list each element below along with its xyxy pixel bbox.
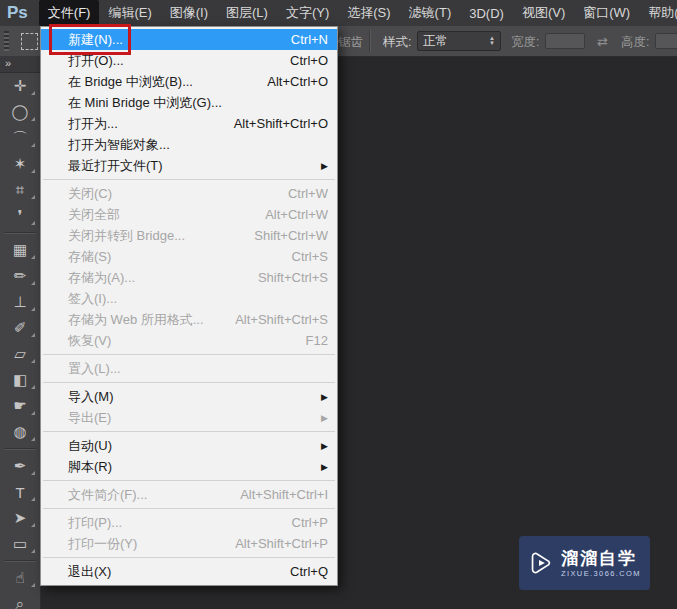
menubar-item-edit[interactable]: 编辑(E): [99, 0, 160, 26]
menubar-item-select[interactable]: 选择(S): [338, 0, 399, 26]
crop-tool[interactable]: ⌗: [0, 177, 40, 203]
tools-panel: » ✛◯⌒✶⌗❜▦✏⊥✐▱◧☛◍✒T➤▭☝⌕: [0, 56, 41, 609]
swap-arrows-icon[interactable]: ⇄: [597, 34, 608, 49]
style-label: 样式:: [383, 34, 411, 51]
menubar-item-layer[interactable]: 图层(L): [217, 0, 277, 26]
menu-item-shortcut: Ctrl+W: [288, 186, 328, 201]
menu-item-label: 文件简介(F)...: [68, 486, 147, 504]
menu-item-label: 关闭(C): [68, 185, 112, 203]
menubar-item-help[interactable]: 帮助(H): [639, 0, 677, 26]
width-label: 宽度:: [511, 34, 539, 51]
menu-item-label: 存储为 Web 所用格式...: [68, 311, 204, 329]
menubar-item-image[interactable]: 图像(I): [161, 0, 217, 26]
file-menu-item-save-as: 存储为(A)...Shift+Ctrl+S: [41, 267, 337, 288]
height-input[interactable]: [655, 33, 677, 49]
menubar-item-window[interactable]: 窗口(W): [574, 0, 639, 26]
file-menu-item-import[interactable]: 导入(M)▶: [41, 386, 337, 407]
file-menu-item-open-recent[interactable]: 最近打开文件(T)▶: [41, 155, 337, 176]
menu-item-shortcut: Alt+Ctrl+W: [265, 207, 328, 222]
file-menu-item-browse-in-mini-bridge[interactable]: 在 Mini Bridge 中浏览(G)...: [41, 92, 337, 113]
elliptical-marquee-tool-icon: ◯: [12, 103, 29, 121]
menu-bar-items: 文件(F)编辑(E)图像(I)图层(L)文字(Y)选择(S)滤镜(T)3D(D)…: [39, 0, 677, 26]
shape-tool[interactable]: ▭: [0, 531, 40, 557]
gradient-tool-icon: ◧: [13, 371, 27, 389]
crop-tool-icon: ⌗: [16, 181, 24, 199]
menu-separator: [43, 508, 335, 509]
eraser-tool-icon: ▱: [14, 345, 26, 363]
menu-separator: [43, 480, 335, 481]
shape-tool-icon: ▭: [13, 535, 27, 553]
smudge-tool[interactable]: ☛: [0, 393, 40, 419]
magic-wand-tool[interactable]: ✶: [0, 151, 40, 177]
height-label: 高度:: [621, 34, 649, 51]
clone-stamp-tool[interactable]: ⊥: [0, 289, 40, 315]
menu-item-label: 导出(E): [68, 409, 111, 427]
collapse-panels-icon[interactable]: »: [0, 56, 40, 73]
zoom-tool[interactable]: ⌕: [0, 591, 40, 609]
stepper-arrows-icon[interactable]: ▲▼: [489, 36, 495, 46]
sponge-tool[interactable]: ◍: [0, 419, 40, 445]
menu-separator: [43, 354, 335, 355]
menubar-item-file[interactable]: 文件(F): [39, 0, 100, 26]
move-tool[interactable]: ✛: [0, 73, 40, 99]
file-menu-item-revert: 恢复(V)F12: [41, 330, 337, 351]
watermark-subtitle: ZIXUE.3066.COM: [561, 569, 641, 578]
menu-item-label: 新建(N)...: [68, 31, 123, 49]
menu-item-label: 脚本(R): [68, 458, 112, 476]
brush-tool[interactable]: ✏: [0, 263, 40, 289]
file-menu-item-exit[interactable]: 退出(X)Ctrl+Q: [41, 561, 337, 582]
menu-item-shortcut: Ctrl+N: [291, 32, 328, 47]
menubar-item-filter[interactable]: 滤镜(T): [400, 0, 461, 26]
watermark: 溜溜自学 ZIXUE.3066.COM: [519, 536, 650, 590]
menu-item-label: 打开(O)...: [68, 52, 124, 70]
brush-tool-icon: ✏: [14, 267, 27, 285]
menu-item-label: 关闭并转到 Bridge...: [68, 227, 185, 245]
menu-separator: [43, 382, 335, 383]
lasso-tool[interactable]: ⌒: [0, 125, 40, 151]
eyedropper-tool[interactable]: ❜: [0, 203, 40, 229]
options-bar-grip[interactable]: [4, 31, 9, 51]
type-tool[interactable]: T: [0, 479, 40, 505]
menu-item-shortcut: Ctrl+Q: [290, 564, 328, 579]
menu-separator: [43, 179, 335, 180]
submenu-arrow-icon: ▶: [321, 441, 328, 451]
file-menu-item-file-info: 文件简介(F)...Alt+Shift+Ctrl+I: [41, 484, 337, 505]
menu-item-shortcut: Alt+Shift+Ctrl+I: [240, 487, 328, 502]
file-menu-item-open-as-smart-object[interactable]: 打开为智能对象...: [41, 134, 337, 155]
gradient-tool[interactable]: ◧: [0, 367, 40, 393]
menu-item-label: 在 Mini Bridge 中浏览(G)...: [68, 94, 222, 112]
tool-preset-icon[interactable]: [21, 33, 38, 50]
menubar-item-type[interactable]: 文字(Y): [277, 0, 338, 26]
menubar-item-view[interactable]: 视图(V): [513, 0, 574, 26]
history-brush-tool[interactable]: ✐: [0, 315, 40, 341]
smudge-tool-icon: ☛: [13, 397, 26, 415]
file-menu-item-scripts[interactable]: 脚本(R)▶: [41, 456, 337, 477]
path-selection-tool[interactable]: ➤: [0, 505, 40, 531]
submenu-arrow-icon: ▶: [321, 392, 328, 402]
style-select[interactable]: 正常 ▲▼: [417, 31, 501, 51]
menu-item-shortcut: Shift+Ctrl+S: [258, 270, 328, 285]
width-input[interactable]: [545, 33, 585, 49]
pen-tool[interactable]: ✒: [0, 453, 40, 479]
file-menu-item-save-for-web: 存储为 Web 所用格式...Alt+Shift+Ctrl+S: [41, 309, 337, 330]
file-menu-item-export: 导出(E)▶: [41, 407, 337, 428]
sponge-tool-icon: ◍: [13, 423, 26, 441]
file-menu-item-new[interactable]: 新建(N)...Ctrl+N: [41, 29, 337, 50]
eraser-tool[interactable]: ▱: [0, 341, 40, 367]
menu-bar: Ps 文件(F)编辑(E)图像(I)图层(L)文字(Y)选择(S)滤镜(T)3D…: [0, 0, 677, 26]
elliptical-marquee-tool[interactable]: ◯: [0, 99, 40, 125]
menubar-item-3d[interactable]: 3D(D): [460, 2, 513, 25]
file-menu-item-open-as[interactable]: 打开为...Alt+Shift+Ctrl+O: [41, 113, 337, 134]
menu-item-label: 存储为(A)...: [68, 269, 135, 287]
menu-item-label: 自动(U): [68, 437, 112, 455]
path-selection-tool-icon: ➤: [14, 509, 27, 527]
tools-divider: [4, 448, 36, 450]
menu-item-label: 最近打开文件(T): [68, 157, 163, 175]
file-menu-item-automate[interactable]: 自动(U)▶: [41, 435, 337, 456]
healing-brush-tool[interactable]: ▦: [0, 237, 40, 263]
menu-item-label: 打印一份(Y): [68, 535, 137, 553]
file-menu-item-open[interactable]: 打开(O)...Ctrl+O: [41, 50, 337, 71]
antialias-label: 锯齿: [338, 34, 363, 51]
file-menu-item-browse-in-bridge[interactable]: 在 Bridge 中浏览(B)...Alt+Ctrl+O: [41, 71, 337, 92]
hand-tool[interactable]: ☝: [0, 565, 40, 591]
